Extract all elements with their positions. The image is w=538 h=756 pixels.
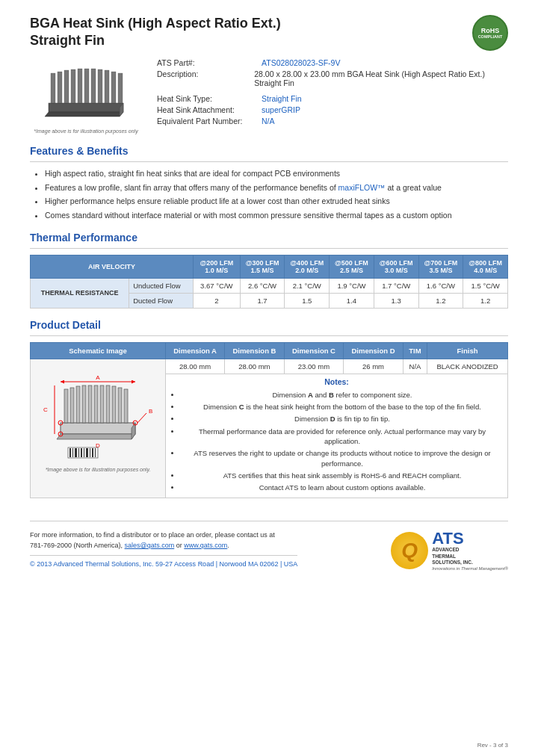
footer-left: For more information, to find a distribu… <box>30 530 297 568</box>
desc-label: Description: <box>157 69 254 78</box>
ats-logo-circle: Q <box>391 532 428 569</box>
ducted-val-7: 1.2 <box>463 293 508 308</box>
svg-rect-48 <box>95 448 96 457</box>
spec-part-row: ATS Part#: ATS028028023-SF-9V <box>157 58 508 67</box>
col-header-5: @600 LFM3.0 M/S <box>374 255 418 278</box>
page-title: BGA Heat Sink (High Aspect Ratio Ext.) S… <box>30 15 281 50</box>
detail-table: Schematic Image Dimension A Dimension B … <box>30 342 508 499</box>
ats-tagline: Innovations in Thermal Management® <box>432 566 508 571</box>
unducted-val-5: 1.7 °C/W <box>374 278 418 293</box>
detail-header-dimd: Dimension D <box>344 342 404 359</box>
detail-header-dimb: Dimension B <box>225 342 285 359</box>
dim-b-value: 28.00 mm <box>225 359 285 374</box>
rohs-badge: RoHS COMPLIANT <box>472 15 508 51</box>
detail-divider <box>30 335 508 336</box>
note-5: ATS reserves the right to update or chan… <box>181 448 504 468</box>
page: BGA Heat Sink (High Aspect Ratio Ext.) S… <box>0 0 538 756</box>
col-header-1: @200 LFM1.0 M/S <box>193 255 240 278</box>
svg-rect-5 <box>78 69 82 103</box>
svg-rect-43 <box>81 448 82 457</box>
unducted-val-7: 1.5 °C/W <box>463 278 508 293</box>
spec-desc-row: Description: 28.00 x 28.00 x 23.00 mm BG… <box>157 69 508 87</box>
svg-rect-0 <box>49 103 123 112</box>
detail-header-dimc: Dimension C <box>284 342 344 359</box>
col-header-7: @800 LFM4.0 M/S <box>463 255 508 278</box>
feature-item-1: High aspect ratio, straight fin heat sin… <box>45 168 508 179</box>
ducted-label: Ducted Flow <box>129 293 194 308</box>
note-7: Contact ATS to learn about custom option… <box>181 483 504 492</box>
svg-rect-45 <box>86 448 88 457</box>
notes-cell: Notes: Dimension A and B refer to compon… <box>166 374 508 498</box>
image-caption: *Image above is for illustration purpose… <box>34 128 137 134</box>
header-section: BGA Heat Sink (High Aspect Ratio Ext.) S… <box>30 15 508 51</box>
attach-value: superGRIP <box>262 105 300 114</box>
feature-item-2: Features a low profile, slant fin array … <box>45 182 508 193</box>
svg-rect-8 <box>98 69 102 103</box>
dim-d-value: 26 mm <box>344 359 404 374</box>
svg-rect-3 <box>64 70 69 103</box>
svg-rect-9 <box>105 70 109 103</box>
notes-title: Notes: <box>170 377 504 386</box>
svg-rect-4 <box>71 69 75 103</box>
tim-value: N/A <box>403 359 427 374</box>
svg-rect-20 <box>94 385 98 423</box>
footer-section: For more information, to find a distribu… <box>30 521 508 570</box>
finish-value: BLACK ANODIZED <box>427 359 508 374</box>
schematic-caption: *Image above is for illustration purpose… <box>46 467 151 472</box>
product-image-area: *Image above is for illustration purpose… <box>30 58 142 134</box>
note-4: Thermal performance data are provided fo… <box>181 427 504 447</box>
svg-rect-10 <box>111 72 116 103</box>
maxiflow-link: maxiFLOW™ <box>338 183 386 192</box>
footer-email-link[interactable]: sales@qats.com <box>125 542 175 549</box>
footer-copyright: © 2013 Advanced Thermal Solutions, Inc. … <box>30 555 297 568</box>
ducted-val-2: 1.7 <box>240 293 285 308</box>
svg-rect-46 <box>90 448 90 457</box>
footer-website-link[interactable]: www.qats.com <box>184 542 227 549</box>
ducted-val-3: 1.5 <box>285 293 330 308</box>
col-header-6: @700 LFM3.5 M/S <box>418 255 463 278</box>
svg-rect-23 <box>112 386 116 423</box>
air-vel-header: AIR VELOCITY <box>31 255 194 278</box>
rohs-text: RoHS <box>481 27 500 34</box>
svg-rect-40 <box>72 448 73 457</box>
svg-rect-11 <box>118 73 123 103</box>
rohs-compliant-text: COMPLIANT <box>478 34 503 39</box>
svg-rect-41 <box>75 448 77 457</box>
col-header-4: @500 LFM2.5 M/S <box>330 255 374 278</box>
svg-rect-42 <box>78 448 79 457</box>
product-specs: ATS Part#: ATS028028023-SF-9V Descriptio… <box>157 58 508 134</box>
svg-rect-17 <box>76 386 80 423</box>
svg-text:C: C <box>43 406 48 413</box>
note-1: Dimension A and B refer to component siz… <box>181 390 504 400</box>
thermal-performance-section: Thermal Performance AIR VELOCITY @200 LF… <box>30 232 508 309</box>
detail-header-tim: TIM <box>403 342 427 359</box>
svg-line-30 <box>137 413 146 423</box>
product-title: BGA Heat Sink (High Aspect Ratio Ext.) S… <box>30 15 281 50</box>
svg-rect-16 <box>70 388 74 423</box>
thermal-table: AIR VELOCITY @200 LFM1.0 M/S @300 LFM1.5… <box>30 255 508 309</box>
equiv-value: N/A <box>262 117 275 126</box>
svg-rect-7 <box>91 69 96 103</box>
col-header-2: @300 LFM1.5 M/S <box>240 255 285 278</box>
unducted-val-1: 3.67 °C/W <box>193 278 240 293</box>
feature-item-3: Higher performance helps ensure reliable… <box>45 196 508 207</box>
type-value: Straight Fin <box>262 94 302 103</box>
svg-rect-22 <box>106 385 110 423</box>
part-label: ATS Part#: <box>157 58 262 67</box>
svg-rect-47 <box>92 448 93 457</box>
detail-header-schematic: Schematic Image <box>31 342 166 359</box>
features-section: Features & Benefits High aspect ratio, s… <box>30 145 508 221</box>
ats-full-name: ADVANCEDTHERMALSOLUTIONS, INC. <box>432 547 508 566</box>
schematic-image-cell: A B C D <box>31 359 166 498</box>
svg-text:A: A <box>96 374 100 381</box>
ats-letters: ATS <box>432 530 508 547</box>
features-list: High aspect ratio, straight fin heat sin… <box>30 168 508 221</box>
unducted-val-3: 2.1 °C/W <box>285 278 330 293</box>
note-2: Dimension C is the heat sink height from… <box>181 402 504 412</box>
note-3: Dimension D is fin tip to fin tip. <box>181 414 504 424</box>
ducted-val-4: 1.4 <box>330 293 374 308</box>
ducted-val-6: 1.2 <box>418 293 463 308</box>
features-divider <box>30 161 508 162</box>
part-value: ATS028028023-SF-9V <box>262 58 340 67</box>
attach-label: Heat Sink Attachment: <box>157 105 262 114</box>
